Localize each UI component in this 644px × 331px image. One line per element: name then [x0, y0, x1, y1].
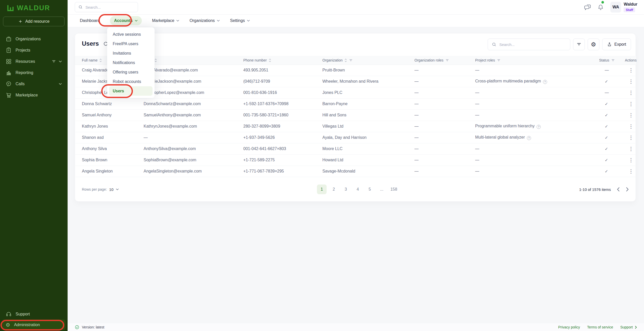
row-actions-button[interactable]: ⋮	[625, 166, 636, 177]
topbar-right: WA Waldur Staff	[584, 2, 644, 13]
global-search[interactable]	[75, 2, 138, 12]
menu-item-active-sessions[interactable]: Active sessions	[107, 30, 155, 39]
page-button-5[interactable]: 5	[365, 185, 375, 194]
page-button-4[interactable]: 4	[353, 185, 363, 194]
sidebar-bottom: Support ⚙ Administration	[0, 309, 68, 330]
filter-icon[interactable]	[349, 58, 353, 62]
table-row: Anthony Silva AnthonySilva@example.com 0…	[75, 143, 636, 154]
menu-item-offering-users[interactable]: Offering users	[107, 67, 155, 77]
grid-icon	[6, 58, 12, 65]
row-actions-button[interactable]: ⋮	[625, 109, 636, 121]
avatar[interactable]: WA	[610, 2, 621, 13]
page-button-2[interactable]: 2	[329, 185, 339, 194]
terms-of-service-link[interactable]: Terms of service	[587, 325, 613, 329]
messages-icon[interactable]	[584, 4, 591, 10]
col-phone-number: Phone number	[243, 56, 322, 65]
user-organization: Moore LLC	[322, 143, 414, 154]
user-name-link[interactable]: Anthony Silva	[75, 143, 144, 154]
page-button-3[interactable]: 3	[341, 185, 351, 194]
menu-item-users[interactable]: Users	[109, 86, 153, 96]
support-link[interactable]: Support	[620, 325, 637, 329]
logo[interactable]: WALDUR	[0, 0, 68, 12]
row-actions-button[interactable]: ⋮	[625, 87, 636, 98]
rows-per-page-value[interactable]: 10	[109, 187, 113, 192]
table-search-input[interactable]	[499, 42, 566, 47]
col-project-roles: Project roles	[475, 56, 599, 65]
chevron-right-icon[interactable]	[626, 187, 629, 192]
filter-icon[interactable]	[52, 59, 56, 64]
page-button-158[interactable]: 158	[389, 185, 399, 194]
table-settings-button[interactable]: ⚙	[588, 39, 599, 50]
user-name-link[interactable]: Kathryn Jones	[75, 121, 144, 132]
nav-marketplace[interactable]: Marketplace	[152, 18, 179, 23]
nav-accounts[interactable]: Accounts	[110, 16, 142, 25]
user-name-link[interactable]: Angela Singleton	[75, 166, 144, 177]
privacy-policy-link[interactable]: Privacy policy	[558, 325, 580, 329]
user-phone: 001-042-641-6627×803	[243, 143, 322, 154]
version-label: Version: latest	[82, 325, 104, 329]
sort-icon[interactable]	[344, 58, 347, 62]
table-header-row: Full name Email Phone number Organizatio…	[75, 56, 636, 65]
sidebar-item-resources[interactable]: Resources	[0, 56, 68, 67]
table-row: Kathryn Jones KathrynJones@example.com 2…	[75, 121, 636, 132]
user-name-link[interactable]: Shanon asd	[75, 132, 144, 143]
filter-icon[interactable]	[611, 58, 615, 62]
users-card: Users ⚙ Export	[75, 33, 636, 202]
sidebar-nav: Organizations Projects Resources Reporti…	[0, 33, 68, 101]
nav-dashboard[interactable]: Dashboard	[80, 18, 100, 23]
sidebar-item-marketplace[interactable]: Marketplace	[0, 90, 68, 101]
user-name-link[interactable]: Sophia Brown	[75, 154, 144, 166]
user-name-link[interactable]: Samuel Anthony	[75, 109, 144, 121]
menu-item-notifications[interactable]: Notifications	[107, 58, 155, 67]
row-actions-button[interactable]: ⋮	[625, 132, 636, 143]
table-search[interactable]	[488, 39, 570, 50]
menu-item-freeipa-users[interactable]: FreeIPA users	[107, 39, 155, 48]
chevron-left-icon[interactable]	[617, 187, 620, 192]
sidebar-item-calls[interactable]: Calls	[0, 78, 68, 90]
user-project-roles: —?	[475, 65, 599, 76]
filter-icon[interactable]	[497, 58, 501, 62]
export-button[interactable]: Export	[602, 39, 631, 50]
sort-icon[interactable]	[269, 58, 271, 62]
help-icon: ?	[543, 80, 547, 84]
row-actions-button[interactable]: ⋮	[625, 65, 636, 76]
col-email: Email	[144, 56, 243, 65]
user-organization: Hill and Sons	[322, 109, 414, 121]
sidebar-item-projects[interactable]: Projects	[0, 45, 68, 56]
page-button-1[interactable]: 1	[317, 185, 327, 194]
sort-icon[interactable]	[99, 58, 102, 62]
sidebar-item-support[interactable]: Support	[0, 309, 68, 320]
gear-icon: ⚙	[591, 42, 596, 47]
sidebar-item-organizations[interactable]: Organizations	[0, 33, 68, 45]
user-menu[interactable]: WA Waldur Staff	[610, 2, 637, 13]
user-name-link[interactable]: Donna Schwartz	[75, 98, 144, 109]
sidebar-item-administration[interactable]: ⚙ Administration	[2, 320, 66, 330]
filter-button[interactable]	[573, 39, 585, 50]
user-organization: Savage-Mcdonald	[322, 166, 414, 177]
notifications-bell-icon[interactable]	[598, 4, 604, 10]
page-list: 1 2 3 4 5 ... 158	[317, 185, 399, 194]
menu-item-invitations[interactable]: Invitations	[107, 48, 155, 58]
row-actions-button[interactable]: ⋮	[625, 154, 636, 166]
topbar: WA Waldur Staff	[68, 0, 644, 15]
sidebar-item-reporting[interactable]: Reporting	[0, 67, 68, 78]
table-row: Melanie Jackson MelanieJackson@example.c…	[75, 76, 636, 87]
row-actions-button[interactable]: ⋮	[625, 76, 636, 87]
user-email: ChristopherLopez@example.com	[144, 87, 243, 98]
global-search-input[interactable]	[85, 5, 134, 9]
user-project-roles: Multi-lateral global analyzer?	[475, 132, 599, 143]
row-actions-button[interactable]: ⋮	[625, 98, 636, 109]
rows-per-page[interactable]: Rows per page: 10	[82, 187, 119, 192]
nav-organizations[interactable]: Organizations	[190, 18, 220, 23]
sort-icon[interactable]	[154, 58, 157, 62]
chevron-down-icon[interactable]	[59, 83, 62, 85]
nav-settings[interactable]: Settings	[230, 18, 250, 23]
row-actions-button[interactable]: ⋮	[625, 121, 636, 132]
row-actions-button[interactable]: ⋮	[625, 143, 636, 154]
filter-icon[interactable]	[445, 58, 449, 62]
status-cell: ✓	[599, 132, 625, 143]
menu-item-robot-accounts[interactable]: Robot accounts	[107, 77, 155, 86]
chevron-down-icon[interactable]	[59, 60, 62, 63]
user-email: AngelaSingleton@example.com	[144, 166, 243, 177]
add-resource-button[interactable]: Add resource	[3, 17, 65, 26]
